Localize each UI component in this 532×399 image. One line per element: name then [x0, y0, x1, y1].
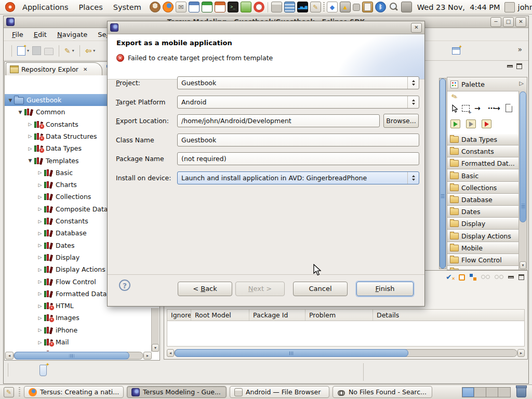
- tree-item-iphone[interactable]: ▷iPhone: [5, 324, 151, 336]
- expand-icon[interactable]: ▷: [36, 340, 44, 345]
- package-manager-icon[interactable]: [241, 2, 251, 12]
- expand-icon[interactable]: ▷: [36, 291, 44, 296]
- bluetooth-icon[interactable]: [375, 2, 386, 12]
- watch-icon[interactable]: [481, 275, 490, 280]
- column-header-problem[interactable]: Problem: [305, 310, 373, 321]
- tree-item-clipped[interactable]: ▷: [5, 348, 151, 351]
- menu-navigate[interactable]: Navigate: [52, 29, 92, 40]
- help-button[interactable]: ?: [119, 280, 130, 291]
- cancel-button[interactable]: Cancel: [293, 282, 348, 296]
- expand-icon[interactable]: ▷: [26, 134, 34, 139]
- input-export-location[interactable]: /home/john/Android/Development: [177, 114, 380, 127]
- combo-install-on-device[interactable]: Launch and install application in AVD: G…: [177, 171, 419, 184]
- finish-button[interactable]: Finish: [356, 282, 414, 296]
- back-button[interactable]: < Back: [178, 282, 232, 296]
- archive-manager-icon[interactable]: [150, 2, 161, 12]
- dropbox-icon[interactable]: [327, 2, 338, 12]
- menu-file[interactable]: File: [7, 29, 29, 40]
- validate-icon[interactable]: ✔: [446, 273, 454, 281]
- maximize-button[interactable]: □: [503, 17, 514, 27]
- marquee-tool-icon[interactable]: [462, 105, 470, 112]
- flow-arrow-tool-icon[interactable]: →: [474, 104, 481, 112]
- expand-icon[interactable]: ▷: [36, 327, 44, 332]
- search-icon[interactable]: [388, 2, 399, 12]
- expand-icon[interactable]: ▷: [26, 146, 34, 151]
- panel-menu-system[interactable]: System: [108, 3, 147, 11]
- expand-icon[interactable]: ▷: [36, 279, 44, 284]
- applet-icon[interactable]: [353, 4, 360, 11]
- expand-icon[interactable]: ▷: [26, 122, 34, 127]
- calc-icon[interactable]: [202, 2, 212, 12]
- menu-edit[interactable]: Edit: [29, 29, 52, 40]
- firefox-icon[interactable]: [163, 2, 174, 12]
- marker-button[interactable]: ✎▾: [63, 46, 76, 56]
- distro-menu-icon[interactable]: [5, 2, 15, 12]
- close-button[interactable]: ✕: [515, 17, 526, 27]
- minimize-button[interactable]: ─: [490, 17, 501, 27]
- taskbar-button-file-manager[interactable]: Android — File Browser: [230, 386, 329, 398]
- column-header-details[interactable]: Details: [373, 310, 524, 321]
- scroll-thumb[interactable]: [175, 349, 408, 357]
- palette-drawer-display[interactable]: Display: [447, 218, 518, 230]
- terminal-icon[interactable]: [228, 2, 238, 12]
- expand-icon[interactable]: ▷: [36, 206, 44, 211]
- workspace-4[interactable]: [498, 388, 510, 397]
- palette-drawer-database[interactable]: Database: [447, 194, 518, 206]
- link-icon[interactable]: [470, 274, 476, 281]
- minimize-view-icon[interactable]: [508, 276, 514, 278]
- collapse-icon[interactable]: ▼: [26, 158, 34, 163]
- combo-spinner-icon[interactable]: [407, 77, 419, 89]
- minimize-view-icon[interactable]: [507, 65, 513, 68]
- combo-target-platform[interactable]: Android: [177, 96, 419, 109]
- maximize-view-icon[interactable]: [516, 63, 522, 69]
- palette-drawer-constants[interactable]: Constants: [447, 145, 518, 157]
- email-icon[interactable]: [176, 2, 187, 12]
- panel-menu-applications[interactable]: Applications: [17, 3, 74, 11]
- tree-horizontal-scrollbar[interactable]: ◂ ▸: [5, 352, 152, 360]
- dashed-arrow-tool-icon[interactable]: ⋯→: [488, 104, 499, 112]
- workspace-2[interactable]: [474, 388, 486, 397]
- combo-spinner-icon[interactable]: [407, 96, 419, 108]
- dialog-close-button[interactable]: ✕: [411, 23, 422, 33]
- editor-vertical-scrollbar[interactable]: [439, 78, 446, 269]
- palette-drawer-dates[interactable]: Dates: [447, 206, 518, 218]
- scroll-right-icon[interactable]: ▸: [517, 349, 525, 357]
- palette-drawer-mobile[interactable]: Mobile: [447, 242, 518, 254]
- browse-button[interactable]: Browse...: [383, 114, 419, 128]
- palette-drawer-display-actions[interactable]: Display Actions: [447, 230, 518, 242]
- expand-icon[interactable]: ▷: [36, 303, 44, 309]
- expand-icon[interactable]: ▷: [36, 243, 44, 248]
- pen-tool-icon[interactable]: ✎: [450, 91, 459, 101]
- help-icon[interactable]: [254, 2, 264, 12]
- user-name[interactable]: john: [518, 3, 532, 11]
- select-tool-icon[interactable]: [450, 104, 459, 113]
- palette-drawer-collections[interactable]: Collections: [447, 182, 518, 194]
- print-button[interactable]: [43, 45, 55, 56]
- palette-drawer-flow-control[interactable]: Flow Control: [447, 254, 518, 266]
- trash-icon[interactable]: [516, 387, 526, 397]
- expand-icon[interactable]: ▷: [36, 231, 44, 236]
- show-desktop-icon[interactable]: [4, 387, 14, 397]
- run-green-tool-icon[interactable]: [450, 119, 460, 128]
- run-red-tool-icon[interactable]: [482, 119, 491, 128]
- expand-icon[interactable]: ▷: [36, 194, 44, 200]
- next-button[interactable]: Next >: [235, 282, 285, 296]
- back-button[interactable]: ⇦▾: [84, 45, 97, 57]
- expand-icon[interactable]: ▷: [36, 219, 44, 224]
- status-new-model-icon[interactable]: [39, 365, 47, 376]
- power-manager-icon[interactable]: [401, 2, 412, 12]
- tree-item-mail[interactable]: ▷✕Mail: [5, 336, 151, 348]
- palette-drawer-data-types[interactable]: Data Types: [447, 134, 518, 145]
- collapse-icon[interactable]: ▼: [17, 110, 24, 115]
- problems-horizontal-scrollbar[interactable]: ◂ ▸: [167, 349, 525, 357]
- file-cabinet-icon[interactable]: [284, 2, 295, 12]
- combo-project[interactable]: Guestbook: [177, 76, 419, 89]
- scroll-down-icon[interactable]: ▾: [152, 344, 159, 352]
- taskbar-button-firefox[interactable]: Tersus: Creating a nati...: [24, 386, 124, 398]
- scroll-left-icon[interactable]: ◂: [167, 349, 174, 357]
- palette-drawer-formatted-dat-[interactable]: Formatted Dat...: [447, 157, 518, 169]
- workspace-1[interactable]: [462, 388, 474, 397]
- expand-icon[interactable]: ▷: [36, 255, 44, 260]
- impress-icon[interactable]: [215, 2, 225, 12]
- tab-repository-explorer[interactable]: Repository Explor ✕: [6, 62, 102, 75]
